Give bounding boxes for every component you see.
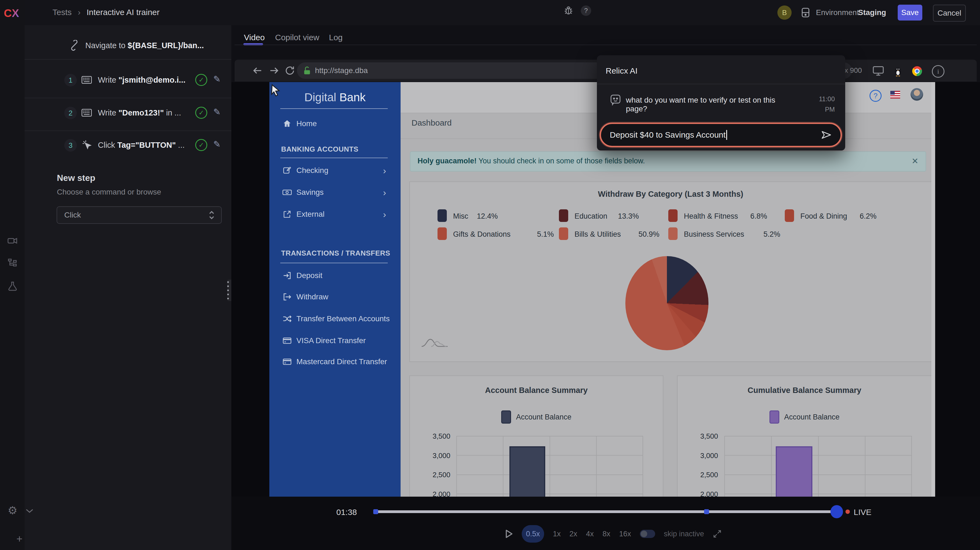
click-cursor-icon xyxy=(82,140,92,150)
pencil-square-icon xyxy=(282,166,293,175)
bar-plot-area xyxy=(457,436,643,497)
edit-step-icon[interactable]: ✎ xyxy=(213,74,221,84)
speed-2x[interactable]: 2x xyxy=(570,530,578,538)
command-select[interactable]: Click xyxy=(57,206,222,224)
seek-bar[interactable] xyxy=(373,510,841,513)
back-icon[interactable] xyxy=(252,66,263,75)
bank-brand[interactable]: Digital Bank xyxy=(269,91,401,104)
step-row-3[interactable]: 3 Click Tag="BUTTON" ... ✓ ✎ xyxy=(25,131,231,163)
info-icon[interactable]: i xyxy=(932,65,945,78)
live-label[interactable]: LIVE xyxy=(854,508,872,517)
bank-scrollbar[interactable] xyxy=(931,82,935,497)
help-icon[interactable]: ? xyxy=(581,5,591,16)
play-icon[interactable] xyxy=(505,529,513,539)
ai-prompt-input[interactable]: Deposit $40 to Savings Account xyxy=(600,123,842,147)
step-navigate[interactable]: Navigate to ${BASE_URL}/ban... xyxy=(25,33,231,59)
legend-label[interactable]: Gifts & Donations xyxy=(453,230,511,239)
seek-marker-start[interactable] xyxy=(373,509,378,514)
environment-icon xyxy=(800,6,811,19)
legend-label[interactable]: Bills & Utilities xyxy=(574,230,621,239)
bank-page-title: Dashboard xyxy=(412,118,452,128)
legend-value: 13.3% xyxy=(618,212,639,220)
step-row-2[interactable]: 2 Write "Demo123!" in ... ✓ ✎ xyxy=(25,98,231,130)
legend-label[interactable]: Food & Dining xyxy=(800,212,847,220)
bank-section-accounts: BANKING ACCOUNTS xyxy=(281,145,358,153)
speed-1x[interactable]: 1x xyxy=(553,530,561,538)
tab-copilot-view[interactable]: Copilot view xyxy=(275,33,320,42)
step-row-1[interactable]: 1 Write "jsmith@demo.i... ✓ ✎ xyxy=(25,65,231,97)
tab-log[interactable]: Log xyxy=(329,33,343,42)
flask-icon[interactable] xyxy=(7,281,18,292)
reload-icon[interactable] xyxy=(285,65,295,76)
bar-chart-legend[interactable]: Account Balance xyxy=(678,410,931,424)
send-icon[interactable] xyxy=(821,130,832,140)
divider xyxy=(280,263,388,263)
bank-nav-external[interactable]: External› xyxy=(282,206,391,222)
bank-user-avatar[interactable] xyxy=(910,88,923,101)
ai-input-value: Deposit $40 to Savings Account xyxy=(610,130,726,140)
speed-16x[interactable]: 16x xyxy=(619,530,631,538)
bar-account-balance[interactable] xyxy=(776,446,812,497)
legend-swatch xyxy=(668,209,678,222)
credit-card-icon xyxy=(282,357,293,367)
y-tick: 2,000 xyxy=(423,490,450,497)
edit-step-icon[interactable]: ✎ xyxy=(213,107,221,117)
chevron-down-icon[interactable] xyxy=(24,507,35,515)
bar-chart-legend[interactable]: Account Balance xyxy=(410,410,663,424)
legend-label[interactable]: Business Services xyxy=(684,230,744,239)
app-logo[interactable]: CX xyxy=(4,7,19,19)
y-tick: 3,000 xyxy=(423,451,450,460)
legend-label[interactable]: Misc xyxy=(453,212,468,220)
bank-help-icon[interactable]: ? xyxy=(870,90,881,102)
ai-message-time: 11:00 xyxy=(807,95,835,103)
bank-nav-withdraw[interactable]: Withdraw xyxy=(282,289,391,305)
skip-inactive-toggle[interactable] xyxy=(640,530,655,538)
video-camera-icon[interactable] xyxy=(7,235,18,246)
tab-video[interactable]: Video xyxy=(244,33,265,42)
breadcrumb-tests[interactable]: Tests xyxy=(52,8,72,17)
alert-close-icon[interactable]: ✕ xyxy=(912,156,918,166)
bar-chart-title: Cumulative Balance Summary xyxy=(678,386,931,395)
legend-label[interactable]: Education xyxy=(574,212,607,220)
legend-swatch xyxy=(770,410,779,424)
edit-step-icon[interactable]: ✎ xyxy=(213,139,221,150)
top-header: Tests › Interactive AI trainer ? B Envir… xyxy=(0,0,980,25)
cancel-button[interactable]: Cancel xyxy=(933,5,966,22)
legend-swatch xyxy=(668,227,678,240)
speed-0-5x[interactable]: 0.5x xyxy=(522,525,544,543)
bank-section-transactions: TRANSACTIONS / TRANSFERS xyxy=(281,249,390,257)
us-flag-icon[interactable] xyxy=(890,91,900,99)
settings-gear-icon[interactable]: ⚙ xyxy=(8,504,18,517)
chevron-right-icon: › xyxy=(383,165,386,176)
bank-nav-checking[interactable]: Checking› xyxy=(282,162,391,179)
withdraw-category-card: Withdraw By Category (Last 3 Months) Mis… xyxy=(409,182,932,362)
cursor-icon xyxy=(270,84,282,97)
environment-value[interactable]: Staging xyxy=(858,8,886,17)
legend-value: 6.2% xyxy=(860,212,877,220)
monitor-icon[interactable] xyxy=(872,66,884,77)
bank-nav-savings[interactable]: Savings› xyxy=(282,184,391,201)
divider xyxy=(597,84,845,84)
bar-account-balance[interactable] xyxy=(509,446,545,497)
player-controls: 0.5x 1x 2x 4x 8x 16x skip inactive xyxy=(505,524,722,544)
avatar[interactable]: B xyxy=(777,5,792,20)
speed-4x[interactable]: 4x xyxy=(586,530,594,538)
bank-nav-transfer[interactable]: Transfer Between Accounts xyxy=(282,311,391,327)
pie-chart[interactable] xyxy=(625,256,708,350)
bank-nav-home[interactable]: Home xyxy=(282,115,391,132)
legend-value: 50.9% xyxy=(638,230,660,239)
bank-nav-mastercard-transfer[interactable]: Mastercard Direct Transfer xyxy=(282,354,391,370)
legend-label[interactable]: Health & Fitness xyxy=(684,212,738,220)
bug-icon[interactable] xyxy=(563,5,574,16)
speed-8x[interactable]: 8x xyxy=(603,530,611,538)
forward-icon[interactable] xyxy=(269,66,280,75)
flow-tree-icon[interactable] xyxy=(7,258,18,269)
bank-nav-visa-transfer[interactable]: VISA Direct Transfer xyxy=(282,332,391,349)
save-button[interactable]: Save xyxy=(898,5,922,21)
home-icon xyxy=(282,119,293,128)
bank-nav-deposit[interactable]: Deposit xyxy=(282,267,391,284)
seek-thumb[interactable] xyxy=(830,505,843,518)
seek-marker-mid[interactable] xyxy=(704,509,709,514)
fullscreen-icon[interactable] xyxy=(713,529,722,538)
waves-logo-icon xyxy=(420,336,450,349)
